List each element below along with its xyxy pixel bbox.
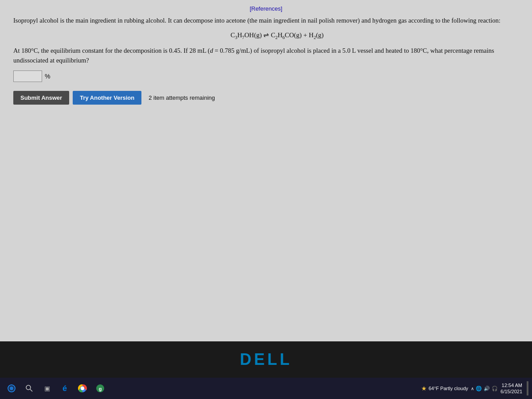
svg-line-4 (30, 389, 32, 391)
references-link[interactable]: [References] (250, 5, 282, 12)
system-tray-icons: ∧ 🌐 🔊 🎧 (471, 386, 498, 391)
percent-label: % (45, 73, 50, 80)
app-icon[interactable]: g (92, 380, 108, 396)
dell-branding-area: DELL (0, 341, 532, 378)
attempts-remaining-text: 2 item attempts remaining (149, 94, 215, 101)
weather-text: 64°F Partly cloudy (429, 386, 468, 391)
taskbar-right-area: ★ 64°F Partly cloudy ∧ 🌐 🔊 🎧 12:54 AM 6/… (421, 381, 528, 395)
audio-icon[interactable]: 🎧 (492, 386, 498, 391)
question-intro: Isopropyl alcohol is the main ingredient… (13, 16, 519, 26)
answer-row: % (13, 70, 519, 82)
clock-time: 12:54 AM (501, 382, 522, 388)
references-section: [References] (13, 4, 519, 12)
svg-point-3 (26, 385, 31, 390)
chemical-equation: C3H7OH(g) ⇌ C2H6CO(g) + H2(g) (35, 31, 519, 40)
clock-date: 6/15/2021 (501, 388, 522, 395)
browser-icon[interactable] (74, 380, 90, 396)
taskbar: ▣ é g ★ (0, 378, 532, 399)
answer-input[interactable] (13, 70, 42, 82)
weather-star-icon: ★ (421, 385, 427, 392)
dell-logo: DELL (240, 350, 292, 369)
svg-text:g: g (99, 386, 102, 391)
try-another-version-button[interactable]: Try Another Version (73, 91, 141, 105)
network-icon[interactable]: 🌐 (476, 386, 482, 391)
volume-icon[interactable]: 🔊 (484, 386, 490, 391)
search-taskbar-icon[interactable] (21, 380, 37, 396)
buttons-row: Submit Answer Try Another Version 2 item… (13, 91, 519, 105)
weather-info: ★ 64°F Partly cloudy (421, 385, 468, 392)
edge-browser-icon[interactable]: é (57, 380, 73, 396)
show-desktop-button[interactable] (527, 381, 528, 395)
svg-point-7 (81, 387, 84, 390)
submit-answer-button[interactable]: Submit Answer (13, 91, 69, 105)
taskbar-icons: ▣ é g (21, 380, 108, 396)
question-body: At 180°C, the equilibrium constant for t… (13, 46, 519, 66)
clock-area[interactable]: 12:54 AM 6/15/2021 (501, 382, 522, 395)
svg-point-2 (10, 387, 13, 390)
content-area: [References] Isopropyl alcohol is the ma… (0, 0, 532, 341)
start-button[interactable] (4, 380, 20, 396)
chevron-up-icon[interactable]: ∧ (471, 386, 474, 391)
taskview-icon[interactable]: ▣ (39, 380, 55, 396)
